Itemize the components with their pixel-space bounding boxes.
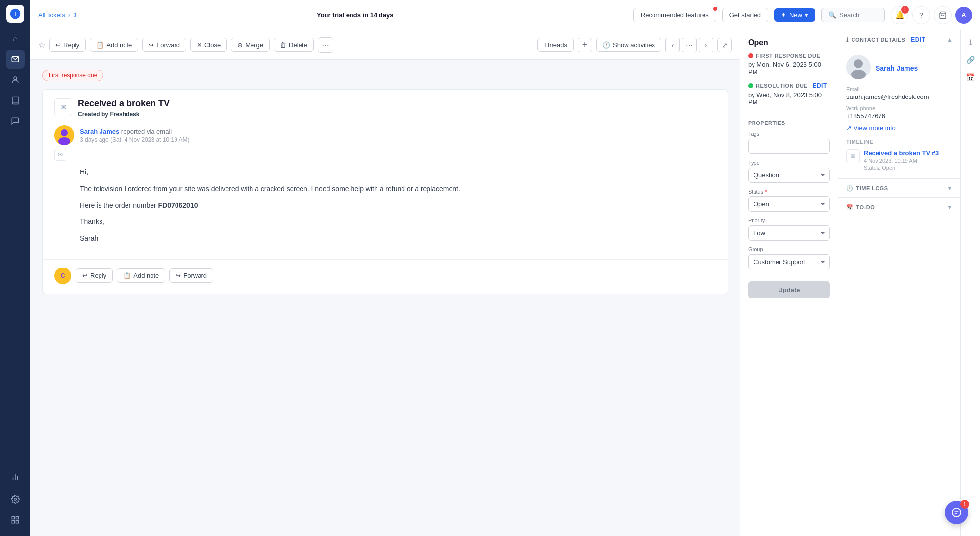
- search-button[interactable]: 🔍 Search: [821, 8, 885, 22]
- contact-body: Sarah James Email sarah.james@freshdesk.…: [838, 49, 960, 178]
- settings-icon[interactable]: [6, 490, 25, 509]
- contact-name[interactable]: Sarah James: [876, 64, 918, 72]
- apps-icon[interactable]: [6, 511, 25, 529]
- user-avatar[interactable]: A: [955, 7, 972, 24]
- time-logs-title: TIME LOGS: [856, 185, 888, 191]
- email-type-icon: ✉: [54, 98, 72, 116]
- breadcrumb-all-tickets[interactable]: All tickets: [38, 11, 65, 19]
- group-label: Group: [748, 246, 830, 252]
- help-button[interactable]: ?: [912, 6, 930, 24]
- time-logs-chevron-icon: ▼: [947, 185, 953, 192]
- inbox-icon[interactable]: [6, 50, 25, 69]
- status-required: *: [765, 189, 767, 195]
- merge-icon: ⊕: [237, 41, 243, 49]
- breadcrumb-sep: ›: [68, 11, 70, 19]
- type-label: Type: [748, 160, 830, 166]
- star-icon[interactable]: ☆: [38, 40, 45, 49]
- timeline-date: 4 Nov 2023, 10:19 AM: [864, 158, 939, 164]
- contact-phone-field: Work phone +1855747676: [846, 105, 953, 120]
- info-icon: ℹ: [846, 37, 849, 43]
- threads-button[interactable]: Threads: [537, 38, 574, 52]
- type-select[interactable]: Question: [748, 168, 830, 183]
- time-logs-header[interactable]: 🕐 TIME LOGS ▼: [838, 179, 960, 197]
- priority-select[interactable]: Low: [748, 225, 830, 241]
- app-logo[interactable]: f: [6, 5, 24, 23]
- timeline-status: Status: Open: [864, 165, 939, 171]
- timeline-ticket-title[interactable]: Received a broken TV #3: [864, 149, 939, 157]
- reply-button[interactable]: ↩ Reply: [49, 38, 86, 52]
- new-button[interactable]: ✦ New ▾: [774, 8, 815, 22]
- delete-button[interactable]: 🗑 Delete: [274, 38, 314, 52]
- message-body: Hi, The television I ordered from your s…: [43, 161, 728, 259]
- svg-text:f: f: [14, 11, 16, 17]
- message-header: Sarah James reported via email 3 days ag…: [43, 118, 728, 145]
- prev-ticket-button[interactable]: ‹: [665, 38, 680, 52]
- resolution-value: by Wed, Nov 8, 2023 5:00 PM: [748, 91, 830, 106]
- marketplace-button[interactable]: [934, 6, 952, 24]
- inline-reply-button[interactable]: ↩ Reply: [76, 268, 113, 283]
- get-started-button[interactable]: Get started: [722, 8, 768, 22]
- first-response-due-section: FIRST RESPONSE DUE by Mon, Nov 6, 2023 5…: [748, 53, 830, 75]
- more-nav-button[interactable]: ⋯: [682, 38, 697, 52]
- merge-button[interactable]: ⊕ Merge: [231, 38, 270, 52]
- chat-icon[interactable]: [6, 112, 25, 130]
- body-order: Here is the order number FD07062010: [80, 200, 716, 212]
- add-note-button[interactable]: 📋 Add note: [90, 38, 138, 52]
- priority-label: Priority: [748, 218, 830, 223]
- svg-point-17: [854, 59, 863, 68]
- reply-actions: ↩ Reply 📋 Add note ↪ Forward: [76, 268, 213, 283]
- inline-forward-button[interactable]: ↪ Forward: [169, 268, 213, 283]
- inline-add-note-button[interactable]: 📋 Add note: [117, 268, 165, 283]
- properties-section-title: PROPERTIES: [748, 114, 830, 126]
- contact-details-header[interactable]: ℹ CONTACT DETAILS Edit ▲: [838, 30, 960, 49]
- add-thread-button[interactable]: +: [578, 38, 592, 52]
- sender-avatar: [54, 125, 74, 145]
- tags-input[interactable]: [748, 139, 830, 154]
- ticket-area: ☆ ↩ Reply 📋 Add note ↪ Forward ✕: [30, 30, 740, 536]
- show-activities-button[interactable]: 🕐 Show activities: [596, 38, 661, 52]
- contacts-icon[interactable]: [6, 71, 25, 89]
- order-number: FD07062010: [158, 201, 198, 209]
- contact-details-section: ℹ CONTACT DETAILS Edit ▲: [838, 30, 960, 179]
- external-link-icon: ↗: [846, 124, 852, 132]
- view-more-link[interactable]: ↗ View more info: [846, 124, 953, 132]
- notifications-button[interactable]: 🔔 1: [891, 6, 908, 24]
- book-icon[interactable]: [6, 91, 25, 110]
- trash-icon: 🗑: [280, 41, 286, 49]
- phone-label: Work phone: [846, 105, 953, 111]
- close-button[interactable]: ✕ Close: [190, 38, 227, 52]
- message-email-icon: ✉: [54, 149, 66, 161]
- body-greeting: Hi,: [80, 167, 716, 178]
- recommended-features-button[interactable]: Recommended features: [633, 8, 716, 22]
- activity-icon: 🕐: [603, 41, 610, 49]
- resolution-edit-link[interactable]: Edit: [812, 82, 827, 89]
- status-select[interactable]: Open: [748, 196, 830, 212]
- breadcrumb: All tickets › 3: [38, 11, 76, 19]
- toolbar-right: Threads + 🕐 Show activities ‹ ⋯ › ⤢: [537, 38, 732, 52]
- ticket-meta: Created by Freshdesk: [78, 111, 716, 118]
- svg-rect-9: [16, 516, 19, 519]
- next-ticket-button[interactable]: ›: [699, 38, 713, 52]
- contact-email-field: Email sarah.james@freshdesk.com: [846, 86, 953, 100]
- sender-name[interactable]: Sarah James: [80, 128, 119, 135]
- contact-edit-link[interactable]: Edit: [911, 36, 925, 43]
- sender-via: reported via email: [121, 128, 172, 135]
- first-response-badge: First response due: [42, 70, 103, 81]
- clock-icon: 🕐: [846, 185, 854, 192]
- more-options-button[interactable]: ⋯: [318, 37, 333, 53]
- right-panel-icon1[interactable]: ℹ: [964, 35, 978, 49]
- forward-button[interactable]: ↪ Forward: [142, 38, 186, 52]
- todo-header[interactable]: 📅 TO-DO ▼: [838, 198, 960, 217]
- home-icon[interactable]: ⌂: [6, 29, 25, 48]
- status-group: Status * Open: [748, 189, 830, 212]
- chat-float-button[interactable]: 1: [945, 501, 968, 524]
- body-sign1: Thanks,: [80, 216, 716, 228]
- message-time: 3 days ago (Sat, 4 Nov 2023 at 10:19 AM): [80, 136, 189, 143]
- chart-icon[interactable]: [6, 467, 25, 486]
- expand-button[interactable]: ⤢: [717, 38, 732, 52]
- update-button[interactable]: Update: [748, 281, 830, 298]
- group-select[interactable]: Customer Support: [748, 254, 830, 269]
- right-panel-icon2[interactable]: 🔗: [964, 53, 978, 67]
- svg-point-15: [58, 137, 70, 145]
- right-panel-icon3[interactable]: 📅: [964, 71, 978, 84]
